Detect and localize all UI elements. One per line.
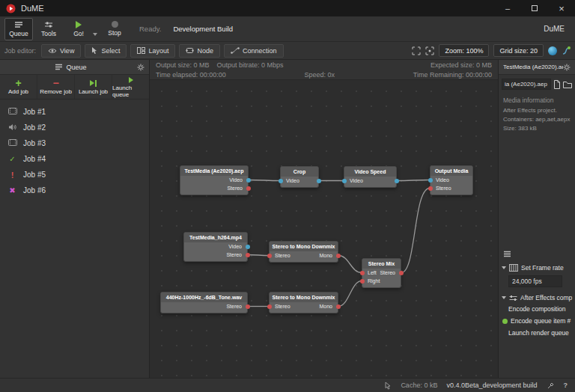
- output-port-audio[interactable]: [246, 304, 250, 309]
- output-port-video[interactable]: [317, 179, 321, 183]
- output-port-audio[interactable]: [246, 186, 251, 191]
- menu-view[interactable]: View: [41, 44, 81, 58]
- titlebar: DuME – ×: [0, 0, 575, 16]
- menu-select[interactable]: Select: [85, 44, 127, 58]
- frame-selected-icon[interactable]: [425, 46, 434, 55]
- go-button-label: Go!: [73, 30, 84, 37]
- job-label: Job #4: [23, 155, 46, 163]
- node-crop[interactable]: Crop Video: [280, 166, 319, 188]
- connection-curve[interactable]: [249, 180, 280, 181]
- input-port-video[interactable]: [428, 178, 433, 183]
- input-port-video[interactable]: [279, 179, 283, 183]
- job-row-1[interactable]: Job #1: [0, 104, 149, 120]
- connection-curve[interactable]: [338, 256, 362, 273]
- output-port-audio[interactable]: [399, 271, 404, 275]
- filename-field[interactable]: ia (Ae2020).aep: [502, 79, 551, 90]
- option-encode-composition[interactable]: Encode composition: [499, 303, 575, 315]
- framerate-value-field[interactable]: 24,000 fps: [508, 275, 562, 287]
- launch-queue-button[interactable]: Launch queue: [112, 75, 149, 99]
- file-icon[interactable]: [553, 80, 561, 89]
- output-port-audio[interactable]: [336, 304, 341, 309]
- input-port-audio[interactable]: [428, 186, 433, 191]
- stop-icon: [112, 21, 118, 28]
- queue-button[interactable]: Queue: [4, 18, 33, 40]
- output-port-video[interactable]: [246, 245, 250, 249]
- help-icon[interactable]: ?: [564, 382, 568, 389]
- input-port-video[interactable]: [342, 179, 347, 183]
- add-job-button[interactable]: + Add job: [0, 75, 37, 99]
- zoom-field[interactable]: Zoom: 100%: [439, 44, 489, 57]
- minimize-icon[interactable]: –: [494, 0, 521, 16]
- node-stereo-to-mono-downmix-1[interactable]: Stereo to Mono Downmix Stereo Mono: [269, 241, 338, 263]
- file-row: ia (Ae2020).aep: [502, 79, 572, 90]
- menu-node[interactable]: Node: [179, 44, 220, 58]
- output-port-video[interactable]: [395, 179, 399, 183]
- close-icon[interactable]: ×: [548, 0, 575, 16]
- connection-curve[interactable]: [338, 281, 362, 307]
- menu-connection[interactable]: Connection: [224, 44, 284, 58]
- job-row-4[interactable]: ✓ Job #4: [0, 151, 149, 167]
- remove-job-button[interactable]: − Remove job: [37, 75, 75, 99]
- reinit-layout-icon[interactable]: [548, 46, 557, 55]
- error-icon: !: [7, 171, 17, 180]
- add-job-label: Add job: [8, 88, 28, 95]
- speaker-icon: [7, 123, 17, 132]
- gear-icon[interactable]: [563, 64, 571, 71]
- output-port-audio[interactable]: [336, 254, 341, 258]
- option-label: Encode queue item #: [511, 317, 571, 325]
- connection-curve[interactable]: [248, 255, 269, 256]
- node-stereo-mix[interactable]: Stereo Mix Left Stereo Right: [362, 258, 401, 288]
- app-icon: [6, 4, 16, 13]
- node-tone-wav[interactable]: 440Hz-1000Hz_-6dB_Tone.wav Stereo: [160, 292, 248, 313]
- input-port-audio[interactable]: [267, 254, 272, 258]
- launch-job-button[interactable]: Launch job: [75, 75, 112, 99]
- output-port-audio[interactable]: [246, 253, 250, 257]
- go-button[interactable]: Go!: [64, 18, 93, 40]
- node-editor-canvas[interactable]: Output size: 0 MB Output bitrate: 0 Mbps…: [150, 60, 498, 378]
- connection-curve[interactable]: [401, 189, 430, 273]
- node-row: Stereo: [161, 302, 247, 310]
- option-encode-queue-item[interactable]: Encode queue item #: [499, 315, 575, 327]
- ae-composition-section[interactable]: After Effects comp: [499, 293, 575, 303]
- job-row-2[interactable]: Job #2: [0, 120, 149, 135]
- input-port-audio[interactable]: [360, 279, 365, 284]
- node-video-speed[interactable]: Video Speed Video: [344, 166, 397, 188]
- frame-all-icon[interactable]: [412, 46, 421, 55]
- node-stereo-to-mono-downmix-2[interactable]: Stereo to Mono Downmix Stereo Mono: [269, 292, 338, 313]
- gear-icon[interactable]: [137, 64, 144, 71]
- option-launch-render-queue[interactable]: Launch render queue: [499, 327, 575, 339]
- launch-queue-label: Launch queue: [112, 85, 149, 98]
- connection-curve[interactable]: [397, 180, 430, 181]
- input-port-audio[interactable]: [267, 304, 272, 309]
- node-title: Stereo to Mono Downmix: [270, 293, 338, 302]
- output-port-video[interactable]: [246, 178, 251, 183]
- tools-button[interactable]: Tools: [34, 18, 63, 40]
- tools-button-label: Tools: [41, 30, 56, 37]
- maximize-icon[interactable]: [521, 0, 548, 16]
- job-row-5[interactable]: ! Job #5: [0, 167, 149, 183]
- stop-button[interactable]: Stop: [100, 18, 129, 40]
- node-testmedia-h264[interactable]: TestMedia_h264.mp4 Video Stereo: [183, 232, 248, 262]
- job-row-6[interactable]: ✖ Job #6: [0, 183, 149, 198]
- plus-icon: +: [15, 79, 21, 88]
- eye-icon: [48, 48, 57, 54]
- node-testmedia-ae[interactable]: TestMedia (Ae2020).aep Video Stereo: [180, 165, 249, 195]
- go-dropdown-icon[interactable]: [93, 33, 97, 36]
- grid-size-field[interactable]: Grid size: 20: [493, 44, 544, 57]
- node-row: Left Stereo: [362, 269, 401, 277]
- input-port-audio[interactable]: [360, 271, 365, 275]
- queue-button-label: Queue: [9, 30, 28, 37]
- node-title: 440Hz-1000Hz_-6dB_Tone.wav: [161, 293, 247, 302]
- job-row-3[interactable]: Job #3: [0, 135, 149, 151]
- green-dot-icon: [502, 319, 508, 324]
- snap-icon[interactable]: [562, 46, 571, 55]
- set-framerate-section[interactable]: Set Frame rate: [499, 263, 575, 273]
- menu-layout[interactable]: Layout: [130, 44, 175, 58]
- statusbar: Cache: 0 kB v0.4.0Beta_development build…: [0, 378, 575, 392]
- output-bitrate: Output bitrate: 0 Mbps: [217, 61, 284, 69]
- job-label: Job #5: [23, 171, 46, 179]
- wrench-icon[interactable]: [547, 382, 555, 390]
- list-icon[interactable]: [503, 251, 511, 257]
- folder-icon[interactable]: [563, 81, 572, 88]
- node-output-media[interactable]: Output Media Video Stereo: [430, 165, 473, 195]
